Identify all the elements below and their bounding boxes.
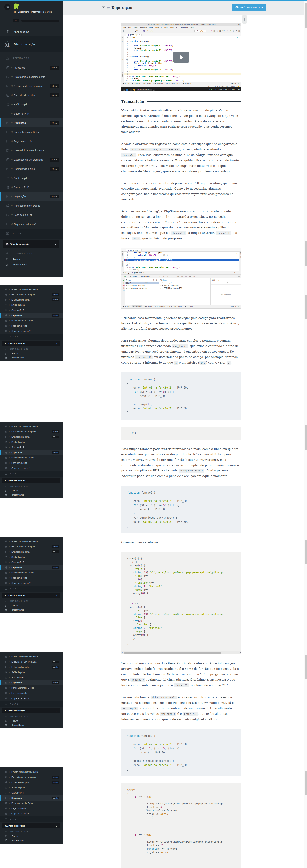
sidebar-item-03[interactable]: 03Execução de um programa05min: [0, 292, 62, 297]
chapter-dropdown[interactable]: 01. Pilha de execução⌄: [2, 593, 60, 598]
scrollbar-up-arrow[interactable]: ▲: [305, 1, 306, 3]
sidebar-item-03[interactable]: 03Execução de um programa05min: [0, 544, 62, 549]
sidebar-item-09[interactable]: 09Faça como eu fiz: [0, 210, 62, 219]
sidebar-item-09[interactable]: 09Faça como eu fiz: [0, 460, 62, 466]
sidebar-item-04[interactable]: 04Entendendo a pilha08min: [0, 164, 62, 174]
sidebar-item-05[interactable]: 05Saída da pilha: [0, 174, 62, 183]
chapter-dropdown[interactable]: 01. Pilha de execução⌄: [2, 708, 60, 713]
sidebar-collapse-button[interactable]: [4, 4, 10, 10]
video-play-button[interactable]: [173, 52, 189, 63]
sidebar-link-trocar-curso[interactable]: Trocar Curso: [0, 608, 62, 612]
sidebar-link-trocar-curso[interactable]: Trocar Curso: [0, 493, 62, 497]
frame-row[interactable]: ⧉ pilha.php:20, {main}(): [125, 287, 159, 290]
sidebar-item-08[interactable]: 08Para saber mais: Debug: [0, 455, 62, 460]
page-scrollbar[interactable]: ▲: [304, 1, 307, 868]
scrollbar-thumb[interactable]: [305, 540, 307, 564]
sidebar-item-02[interactable]: 02Projeto inicial do treinamento: [0, 539, 62, 544]
sidebar-item-05[interactable]: 05Saída da pilha: [0, 670, 62, 675]
sidebar-item-06[interactable]: 06Stack no PHP: [0, 790, 62, 796]
chapter-dropdown[interactable]: 01. Pilha de execução⌄: [2, 341, 60, 346]
sidebar-item-10[interactable]: 10O que aprendemos?: [0, 811, 62, 816]
sidebar-item-02[interactable]: 02Projeto inicial do treinamento: [0, 424, 62, 429]
sidebar-item-10[interactable]: 10O que aprendemos?: [0, 696, 62, 701]
sidebar-item-07[interactable]: 07Depuração06min: [0, 192, 62, 201]
sidebar-item-07[interactable]: 07Depuração06min: [0, 118, 62, 127]
sidebar-link-forum[interactable]: Fórum: [0, 257, 62, 262]
sidebar-item-02[interactable]: 02Projeto inicial do treinamento: [0, 287, 62, 292]
sidebar-item-06[interactable]: 06Stack no PHP: [0, 560, 62, 565]
sidebar-item-05[interactable]: 05Saída da pilha: [0, 302, 62, 308]
next-activity-button[interactable]: PRÓXIMA ATIVIDADE: [232, 4, 266, 11]
sidebar-link-forum[interactable]: Fórum: [0, 719, 62, 723]
sidebar-link-trocar-curso[interactable]: Trocar Curso: [0, 723, 62, 727]
sidebar-item-05[interactable]: 05Saída da pilha: [0, 100, 62, 109]
sidebar-item-08[interactable]: 08Para saber mais: Debug: [0, 201, 62, 210]
sidebar-item-02[interactable]: 02Projeto inicial do treinamento: [0, 769, 62, 775]
sidebar-item-03[interactable]: 03Execução de um programa05min: [0, 429, 62, 434]
open-notebook-button[interactable]: Abrir caderno: [0, 27, 62, 36]
sidebar-item-07[interactable]: 07Depuração06min: [0, 680, 62, 685]
scrollbar-thumb[interactable]: [305, 425, 307, 450]
sidebar-link-trocar-curso[interactable]: Trocar Curso: [0, 262, 62, 267]
sidebar-item-10[interactable]: 10O que aprendemos?: [0, 466, 62, 471]
sidebar-item-01[interactable]: 01Introdução04min: [0, 63, 62, 72]
sidebar-item-09[interactable]: 09Faça como eu fiz: [0, 806, 62, 811]
sidebar-item-04[interactable]: 04Entendendo a pilha08min: [0, 91, 62, 100]
sidebar-item-07[interactable]: 07Depuração06min: [0, 565, 62, 570]
sidebar-item-04[interactable]: 04Entendendo a pilha08min: [0, 434, 62, 439]
scrollbar-thumb[interactable]: [305, 655, 307, 679]
sidebar-item-07[interactable]: 07Depuração06min: [0, 796, 62, 801]
sidebar-link-trocar-curso[interactable]: Trocar Curso: [0, 838, 62, 842]
sidebar-item-04[interactable]: 04Entendendo a pilha08min: [0, 297, 62, 302]
panel-drag-handle[interactable]: [242, 15, 247, 24]
sidebar-item-04[interactable]: 04Entendendo a pilha08min: [0, 780, 62, 785]
sidebar-item-08[interactable]: 08Para saber mais: Debug: [0, 318, 62, 323]
sidebar-item-08[interactable]: 08Para saber mais: Debug: [0, 570, 62, 575]
sidebar-item-02[interactable]: 02Projeto inicial do treinamento: [0, 654, 62, 659]
sidebar-link-forum[interactable]: Fórum: [0, 603, 62, 608]
sidebar-item-08[interactable]: 08Para saber mais: Debug: [0, 801, 62, 806]
sidebar-item-09[interactable]: 09Faça como eu fiz: [0, 575, 62, 581]
scrollbar-thumb[interactable]: [305, 3, 307, 28]
scrollbar-thumb[interactable]: [305, 771, 307, 795]
sidebar-item-06[interactable]: 06Stack no PHP: [0, 183, 62, 192]
variable-row[interactable]: ▪ $i = {int} 6: [159, 282, 211, 284]
sidebar-link-forum[interactable]: Fórum: [0, 351, 62, 356]
sidebar-item-03[interactable]: 03Execução de um programa05min: [0, 155, 62, 164]
sidebar-item-07[interactable]: 07Depuração06min: [0, 313, 62, 318]
horizontal-scrollbar[interactable]: [121, 651, 241, 654]
sidebar-item-03[interactable]: 03Execução de um programa05min: [0, 659, 62, 664]
sidebar-item-05[interactable]: 05Saída da pilha: [0, 439, 62, 445]
sidebar-item-09[interactable]: 09Faça como eu fiz: [0, 323, 62, 329]
scrollbar-thumb[interactable]: [124, 652, 221, 654]
sidebar-item-04[interactable]: 04Entendendo a pilha08min: [0, 549, 62, 555]
sidebar-item-09[interactable]: 09Faça como eu fiz: [0, 136, 62, 146]
sidebar-link-trocar-curso[interactable]: Trocar Curso: [0, 356, 62, 360]
sidebar-link-forum[interactable]: Fórum: [0, 834, 62, 838]
sidebar-item-10[interactable]: 10O que aprendemos?: [0, 329, 62, 334]
chapter-dropdown[interactable]: 01. Pilha de execução⌄: [2, 823, 60, 829]
sidebar-item-07[interactable]: 07Depuração06min: [0, 450, 62, 455]
sidebar-item-02[interactable]: 02Projeto inicial do treinamento: [0, 146, 62, 155]
scrollbar-thumb[interactable]: [305, 241, 307, 266]
sidebar-item-06[interactable]: 06Stack no PHP: [0, 445, 62, 450]
sidebar-item-10[interactable]: 10O que aprendemos?: [0, 581, 62, 586]
sidebar-item-02[interactable]: 02Projeto inicial do treinamento: [0, 72, 62, 82]
sidebar-item-06[interactable]: 06Stack no PHP: [0, 675, 62, 680]
frame-row[interactable]: ⧉ pilha.php:6, funcao1(): [125, 284, 159, 287]
scrollbar-thumb[interactable]: [305, 295, 307, 319]
sidebar-item-03[interactable]: 03Execução de um programa05min: [0, 775, 62, 780]
sidebar-item-06[interactable]: 06Stack no PHP: [0, 308, 62, 313]
sidebar-item-10[interactable]: 10O que aprendemos?: [0, 219, 62, 229]
sidebar-item-03[interactable]: 03Execução de um programa05min: [0, 82, 62, 91]
sidebar-item-09[interactable]: 09Faça como eu fiz: [0, 690, 62, 696]
variable-row[interactable]: ▸$_SERVER = (array)[25]: [159, 287, 211, 289]
sidebar-item-08[interactable]: 08Para saber mais: Debug: [0, 127, 62, 136]
sidebar-item-08[interactable]: 08Para saber mais: Debug: [0, 685, 62, 690]
sidebar-item-06[interactable]: 06Stack no PHP: [0, 109, 62, 118]
sidebar-item-05[interactable]: 05Saída da pilha: [0, 555, 62, 560]
sidebar-item-05[interactable]: 05Saída da pilha: [0, 785, 62, 790]
video-player[interactable]: curso-exceptions [/mnt/Dados/Documentos/…: [121, 23, 241, 92]
sidebar-item-04[interactable]: 04Entendendo a pilha08min: [0, 664, 62, 670]
chapter-dropdown[interactable]: 01. Pilha de execução⌄: [2, 478, 60, 483]
